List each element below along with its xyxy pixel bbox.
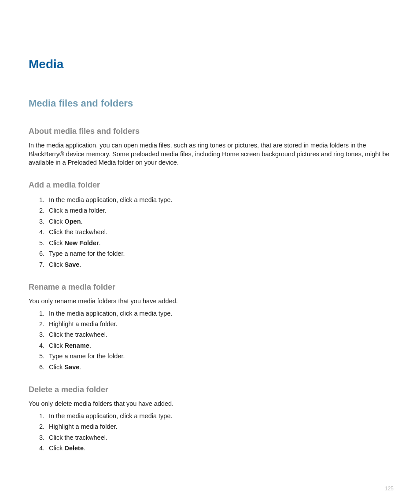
rename-intro: You only rename media folders that you h…: [29, 297, 391, 306]
document-page: Media Media files and folders About medi…: [0, 0, 420, 504]
step-text: Click the trackwheel.: [49, 434, 107, 441]
section-heading: Media files and folders: [29, 98, 391, 109]
step-text: .: [99, 239, 101, 246]
step-text: .: [89, 342, 91, 349]
step-item: Click Delete.: [46, 443, 391, 453]
step-item: Type a name for the folder.: [46, 351, 391, 361]
step-text: Click a media folder.: [49, 207, 107, 214]
step-bold-text: New Folder: [64, 239, 99, 246]
step-bold-text: Open: [64, 218, 81, 225]
step-item: Click the trackwheel.: [46, 227, 391, 237]
step-text: .: [79, 261, 81, 268]
step-text: Type a name for the folder.: [49, 250, 125, 257]
step-text: .: [81, 218, 83, 225]
step-text: In the media application, click a media …: [49, 412, 172, 419]
step-text: Click the trackwheel.: [49, 228, 107, 235]
step-item: Type a name for the folder.: [46, 249, 391, 258]
step-text: Click the trackwheel.: [49, 331, 107, 338]
page-number: 125: [385, 486, 394, 492]
rename-steps-list: In the media application, click a media …: [29, 309, 391, 372]
delete-steps-list: In the media application, click a media …: [29, 411, 391, 453]
step-item: Highlight a media folder.: [46, 422, 391, 431]
add-steps-list: In the media application, click a media …: [29, 195, 391, 269]
step-text: Click: [49, 218, 64, 225]
about-paragraph: In the media application, you can open m…: [29, 141, 391, 167]
step-text: Highlight a media folder.: [49, 320, 118, 327]
step-bold-text: Save: [64, 261, 79, 268]
step-text: Type a name for the folder.: [49, 353, 125, 360]
step-text: Click: [49, 239, 64, 246]
step-text: Click: [49, 261, 64, 268]
step-text: Highlight a media folder.: [49, 423, 118, 430]
step-item: Click Open.: [46, 217, 391, 226]
step-text: .: [79, 364, 81, 371]
step-item: In the media application, click a media …: [46, 411, 391, 421]
step-text: Click: [49, 445, 64, 452]
step-item: Click Save.: [46, 260, 391, 269]
delete-intro: You only delete media folders that you h…: [29, 400, 391, 408]
step-item: In the media application, click a media …: [46, 309, 391, 318]
step-text: In the media application, click a media …: [49, 196, 172, 203]
subsection-delete-heading: Delete a media folder: [29, 385, 391, 394]
step-bold-text: Rename: [64, 342, 89, 349]
step-item: Click a media folder.: [46, 206, 391, 215]
step-item: Click the trackwheel.: [46, 330, 391, 339]
page-title: Media: [29, 57, 391, 71]
step-text: Click: [49, 364, 64, 371]
step-text: Click: [49, 342, 64, 349]
step-text: In the media application, click a media …: [49, 310, 172, 317]
step-bold-text: Save: [64, 364, 79, 371]
step-bold-text: Delete: [64, 445, 84, 452]
step-item: Click New Folder.: [46, 238, 391, 248]
step-item: In the media application, click a media …: [46, 195, 391, 205]
subsection-add-heading: Add a media folder: [29, 180, 391, 190]
step-item: Highlight a media folder.: [46, 319, 391, 329]
step-item: Click the trackwheel.: [46, 433, 391, 442]
subsection-about-heading: About media files and folders: [29, 127, 391, 136]
subsection-rename-heading: Rename a media folder: [29, 283, 391, 292]
step-text: .: [84, 445, 85, 452]
step-item: Click Rename.: [46, 341, 391, 350]
step-item: Click Save.: [46, 362, 391, 372]
